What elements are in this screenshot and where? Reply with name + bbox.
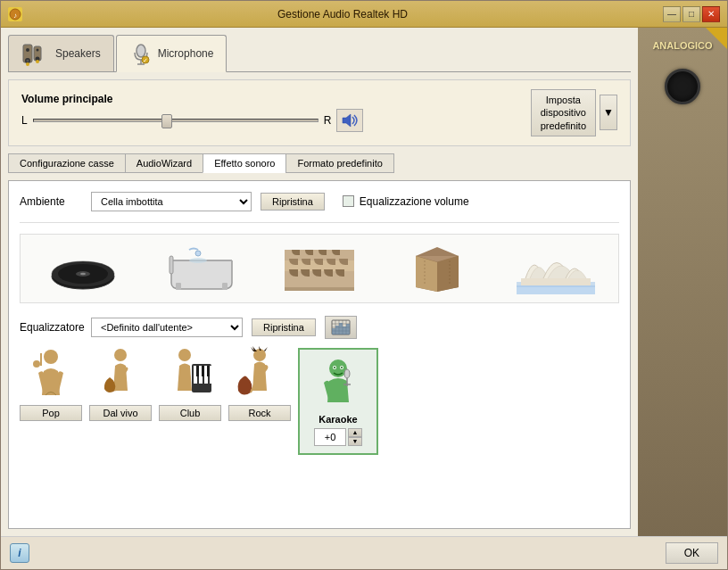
karaoke-arrows: ▲ ▼ [348, 428, 362, 446]
ambiente-reset-button[interactable]: Ripristina [261, 193, 325, 211]
set-default-device-button[interactable]: Impostadispositivopredefinito [531, 89, 596, 136]
audio-connector [665, 69, 700, 104]
svg-point-11 [136, 45, 145, 57]
venue-image-colosseum [279, 242, 360, 295]
svg-rect-45 [339, 323, 343, 335]
right-channel-label: R [324, 114, 332, 127]
ambiente-row: Ambiente Cella imbottita Ripristina Equa… [20, 192, 619, 223]
ambiente-label: Ambiente [20, 195, 82, 208]
tab-formato-predefinito[interactable]: Formato predefinito [285, 153, 393, 173]
analogico-label: ANALOGICO [652, 40, 712, 51]
volume-slider-row: L R [21, 109, 363, 132]
info-button[interactable]: i [10, 543, 29, 563]
speakers-icon [21, 41, 50, 66]
svg-point-9 [26, 62, 29, 66]
tab-microphone[interactable]: ✓ Microphone [116, 35, 228, 72]
tab-configurazione-casse[interactable]: Configurazione casse [8, 153, 126, 173]
speaker-icon [341, 112, 359, 128]
eq-volume-label: Equalizzazione volume [360, 195, 469, 208]
colosseum-icon [280, 243, 359, 294]
window-title: Gestione Audio Realtek HD [22, 8, 663, 21]
inner-tabs: Configurazione casse AudioWizard Effetto… [8, 153, 631, 173]
content-area: Speakers ✓ Microphone [1, 28, 727, 536]
svg-point-10 [36, 60, 39, 63]
ambiente-select[interactable]: Cella imbottita [91, 192, 252, 211]
rock-figure-icon [229, 346, 290, 401]
karaoke-down-button[interactable]: ▼ [348, 437, 362, 446]
svg-text:♪: ♪ [13, 12, 17, 20]
volume-right: Impostadispositivopredefinito ▼ [531, 89, 617, 136]
speaker-mute-button[interactable] [336, 109, 363, 132]
eq-volume-row: Equalizzazione volume [343, 195, 469, 208]
svg-rect-34 [521, 278, 591, 285]
volume-slider[interactable] [33, 119, 318, 122]
opera-icon [517, 243, 595, 294]
minimize-button[interactable]: — [663, 6, 681, 22]
svg-point-51 [114, 349, 127, 361]
main-window: ♪ Gestione Audio Realtek HD — □ ✕ [0, 0, 728, 570]
right-panel: ANALOGICO [638, 28, 727, 536]
svg-rect-31 [285, 287, 354, 291]
venue-item-disk[interactable] [28, 242, 138, 295]
venue-image-box [397, 242, 477, 295]
pop-figure [20, 348, 82, 401]
svg-point-5 [26, 48, 29, 52]
venue-item-opera[interactable] [500, 242, 611, 295]
bottom-bar: i OK [1, 536, 727, 569]
slider-thumb[interactable] [161, 114, 172, 128]
maximize-button[interactable]: □ [682, 6, 700, 22]
box-icon [398, 243, 476, 294]
disk-icon [44, 243, 122, 294]
rock-button[interactable]: Rock [228, 405, 291, 421]
tab-effetto-sonoro[interactable]: Effetto sonoro [203, 153, 286, 173]
style-item-rock: Rock [228, 348, 291, 455]
left-channel-label: L [21, 114, 28, 127]
svg-rect-58 [210, 366, 211, 384]
svg-rect-44 [335, 326, 339, 335]
tab-audiowizard[interactable]: AudioWizard [125, 153, 203, 173]
eq-volume-checkbox[interactable] [343, 195, 354, 207]
venue-images [20, 234, 619, 303]
device-tabs: Speakers ✓ Microphone [8, 35, 631, 72]
club-figure [159, 348, 221, 401]
venue-item-bathtub[interactable] [145, 242, 256, 295]
svg-rect-50 [40, 353, 42, 366]
app-icon: ♪ [8, 7, 22, 21]
svg-text:✓: ✓ [143, 57, 148, 63]
venue-item-colosseum[interactable] [264, 242, 375, 295]
svg-point-68 [341, 367, 343, 368]
titlebar: ♪ Gestione Audio Realtek HD — □ ✕ [1, 1, 727, 28]
svg-point-21 [80, 273, 86, 275]
eq-select[interactable]: <Definito dall'utente> [91, 318, 243, 337]
svg-marker-16 [343, 114, 351, 127]
eq-row: Equalizzatore <Definito dall'utente> Rip… [20, 316, 619, 339]
ok-button[interactable]: OK [666, 542, 718, 564]
svg-point-67 [334, 367, 335, 368]
info-icon: i [18, 547, 21, 559]
live-button[interactable]: Dal vivo [89, 405, 152, 421]
club-button[interactable]: Club [159, 405, 221, 421]
tab-microphone-label: Microphone [158, 47, 214, 60]
karaoke-value-row: +0 ▲ ▼ [314, 428, 362, 446]
window-controls: — □ ✕ [663, 6, 720, 22]
default-device-dropdown[interactable]: ▼ [600, 95, 617, 130]
pop-button[interactable]: Pop [20, 405, 82, 421]
svg-rect-46 [343, 326, 346, 335]
svg-rect-47 [346, 324, 350, 335]
karaoke-panel: Karaoke +0 ▲ ▼ [298, 348, 378, 455]
svg-rect-59 [196, 366, 199, 376]
rock-figure [228, 348, 291, 401]
svg-rect-25 [176, 283, 181, 290]
close-button[interactable]: ✕ [702, 6, 720, 22]
music-styles: Pop [20, 348, 619, 455]
karaoke-up-button[interactable]: ▲ [348, 428, 362, 437]
tab-speakers[interactable]: Speakers [8, 35, 114, 71]
dropdown-arrow-icon: ▼ [603, 106, 614, 119]
svg-rect-23 [170, 256, 173, 274]
eq-reset-button[interactable]: Ripristina [252, 318, 316, 336]
venue-item-box[interactable] [382, 242, 492, 295]
eq-grid-button[interactable] [325, 316, 357, 339]
svg-point-4 [27, 60, 29, 62]
svg-point-69 [344, 369, 350, 378]
svg-point-8 [37, 49, 39, 52]
